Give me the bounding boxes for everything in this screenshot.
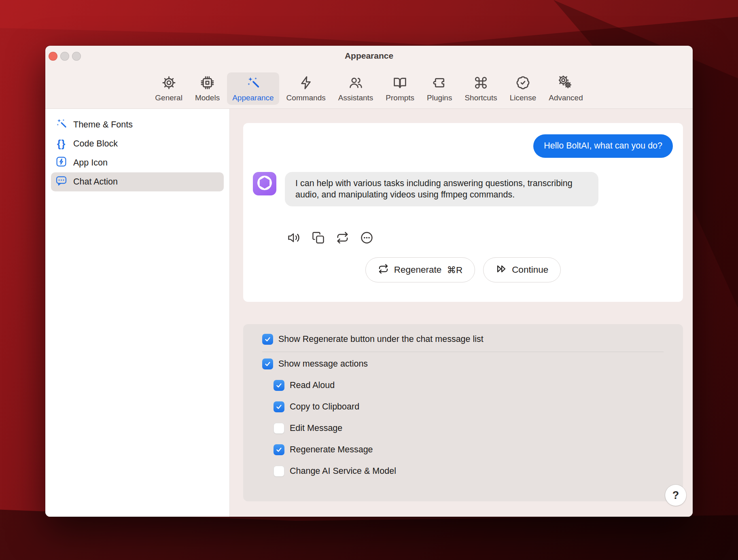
sidebar-item-label: Code Block [73,139,118,149]
fast-forward-icon [496,263,507,277]
more-icon[interactable] [360,231,373,244]
window-body: Theme & Fonts {} Code Block App Icon [45,109,693,517]
wand-icon [55,118,67,132]
speaker-icon[interactable] [287,231,301,244]
chip-icon [200,76,214,92]
settings-window: Appearance General Models [45,46,693,517]
regenerate-message-checkbox[interactable] [274,444,284,455]
copy-to-clipboard-checkbox[interactable] [274,401,284,412]
read-aloud-checkbox[interactable] [274,380,284,391]
setting-label: Read Aloud [290,380,335,390]
tab-label: Appearance [232,93,274,102]
tab-label: Plugins [427,93,452,102]
puzzle-icon [433,76,447,92]
sidebar-item-code-block[interactable]: {} Code Block [51,134,224,153]
tab-prompts[interactable]: Prompts [380,72,420,105]
repeat-icon [378,263,389,277]
tab-advanced[interactable]: Advanced [543,72,588,105]
chat-bubble-icon [55,175,67,189]
setting-show-message-actions: Show message actions [262,353,664,375]
bolt-square-icon [55,156,67,170]
seal-check-icon [516,76,530,92]
message-actions-row [287,231,373,244]
sidebar-item-app-icon[interactable]: App Icon [51,153,224,172]
lightning-icon [299,76,313,92]
continue-button[interactable]: Continue [483,257,561,282]
tab-assistants[interactable]: Assistants [333,72,379,105]
setting-label: Show Regenerate button under the chat me… [278,334,484,344]
preferences-toolbar: General Models Appea [45,72,693,105]
divider [262,352,664,352]
sidebar-item-label: Theme & Fonts [73,120,133,130]
wand-icon [246,76,260,92]
braces-icon: {} [55,138,67,150]
tab-license[interactable]: License [505,72,542,105]
command-icon [474,76,488,92]
show-message-actions-checkbox[interactable] [262,358,273,369]
chat-action-settings-pane: Hello BoltAI, what can you do? [230,109,693,517]
setting-label: Copy to Clipboard [290,402,359,412]
assistant-message-bubble: I can help with various tasks including … [285,172,598,206]
tab-label: Commands [286,93,326,102]
edit-message-checkbox[interactable] [274,423,284,434]
book-icon [393,76,407,92]
assistant-message-row: I can help with various tasks including … [253,172,598,206]
desktop: Appearance General Models [0,0,738,560]
setting-copy-to-clipboard: Copy to Clipboard [274,396,664,418]
sidebar-item-label: App Icon [73,158,108,168]
chat-action-options-panel: Show Regenerate button under the chat me… [243,324,683,501]
tab-label: General [155,93,182,102]
setting-label: Regenerate Message [290,445,373,455]
repeat-icon[interactable] [336,231,349,244]
help-button[interactable]: ? [665,485,686,506]
tab-label: Prompts [386,93,414,102]
sidebar: Theme & Fonts {} Code Block App Icon [45,109,230,517]
tab-plugins[interactable]: Plugins [422,72,457,105]
sidebar-item-label: Chat Action [73,177,118,187]
copy-icon[interactable] [312,231,325,244]
continue-button-label: Continue [512,265,548,275]
change-ai-service-checkbox[interactable] [274,466,284,477]
setting-read-aloud: Read Aloud [274,375,664,396]
setting-label: Change AI Service & Model [290,466,396,476]
tab-label: Advanced [549,93,583,102]
sidebar-item-theme-fonts[interactable]: Theme & Fonts [51,115,224,134]
tab-label: Shortcuts [464,93,497,102]
tab-general[interactable]: General [150,72,188,105]
tab-label: License [510,93,537,102]
regenerate-button-label: Regenerate [394,265,442,275]
people-icon [349,76,363,92]
preview-buttons-row: Regenerate ⌘R Continue [243,257,683,282]
window-title: Appearance [45,51,693,61]
setting-change-ai-service: Change AI Service & Model [274,460,664,482]
sidebar-item-chat-action[interactable]: Chat Action [51,172,224,191]
gear-icon [162,76,176,92]
openai-logo-icon [256,174,273,193]
assistant-avatar [253,172,276,195]
tab-label: Assistants [338,93,373,102]
tab-commands[interactable]: Commands [281,72,331,105]
setting-edit-message: Edit Message [274,418,664,439]
regenerate-button[interactable]: Regenerate ⌘R [365,257,475,282]
user-message-bubble: Hello BoltAI, what can you do? [533,134,673,158]
tab-label: Models [195,93,220,102]
question-mark-icon: ? [672,489,679,502]
setting-label: Edit Message [290,423,342,433]
setting-show-regenerate: Show Regenerate button under the chat me… [262,329,664,350]
tab-appearance[interactable]: Appearance [227,72,279,105]
gears-icon [559,76,573,92]
window-chrome: Appearance General Models [45,46,693,109]
chat-preview-card: Hello BoltAI, what can you do? [243,123,683,302]
tab-models[interactable]: Models [190,72,225,105]
regenerate-shortcut: ⌘R [447,265,462,276]
setting-regenerate-message: Regenerate Message [274,439,664,460]
tab-shortcuts[interactable]: Shortcuts [459,72,502,105]
show-regenerate-checkbox[interactable] [262,334,273,345]
setting-label: Show message actions [278,359,368,369]
